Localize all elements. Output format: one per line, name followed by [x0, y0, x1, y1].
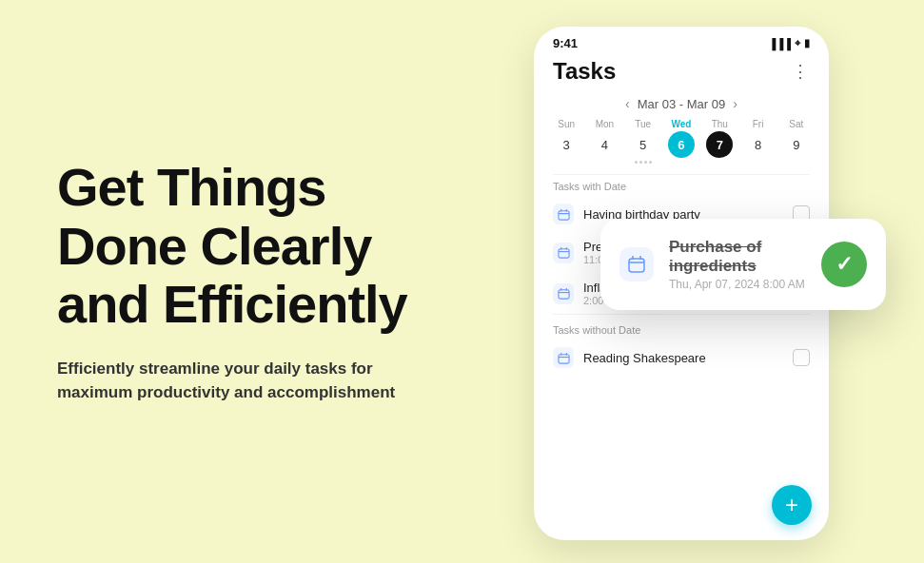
day-sun[interactable]: Sun 3	[547, 119, 585, 165]
phone-header: Tasks ⋮	[534, 54, 829, 92]
floating-card-text: Purchase of ingredients Thu, Apr 07, 202…	[669, 238, 806, 291]
signal-icon: ▐▐▐	[769, 38, 791, 49]
floating-card-subtitle: Thu, Apr 07, 2024 8:00 AM	[669, 278, 806, 291]
sub-heading: Efficiently streamline your daily tasks …	[57, 357, 409, 405]
day-fri[interactable]: Fri 8	[738, 119, 777, 165]
svg-rect-0	[558, 210, 568, 219]
status-bar: 9:41 ▐▐▐ ⌖ ▮	[534, 27, 829, 54]
next-week-button[interactable]: ›	[733, 96, 737, 111]
task-icon-ribbons	[553, 243, 574, 263]
section-label-without-date: Tasks without Date	[534, 319, 829, 340]
main-heading: Get Things Done Clearly and Efficiently	[57, 158, 467, 334]
prev-week-button[interactable]: ‹	[625, 96, 630, 111]
task-icon-shakespeare	[553, 347, 574, 368]
day-mon[interactable]: Mon 4	[585, 119, 623, 165]
divider-2	[553, 314, 810, 315]
heading-line2: Done Clearly	[57, 216, 371, 276]
heading-line1: Get Things	[57, 157, 325, 217]
heading-line3: and Efficiently	[57, 274, 407, 334]
right-section: 9:41 ▐▐▐ ⌖ ▮ Tasks ⋮ ‹ Mar 03 - Mar 09 ›…	[505, 0, 924, 563]
checkmark-icon: ✓	[836, 252, 853, 277]
floating-card: Purchase of ingredients Thu, Apr 07, 202…	[600, 219, 886, 310]
day-thu[interactable]: Thu 7	[700, 119, 738, 165]
svg-rect-16	[629, 259, 644, 272]
task-icon-birthday	[553, 204, 574, 224]
day-wed[interactable]: Wed 6	[662, 119, 700, 165]
more-options-icon[interactable]: ⋮	[792, 61, 810, 82]
floating-card-icon	[619, 247, 654, 282]
section-label-with-date: Tasks with Date	[534, 175, 829, 196]
week-selector: ‹ Mar 03 - Mar 09 ›	[534, 92, 829, 119]
task-text-shakespeare: Reading Shakespeare	[583, 351, 783, 365]
svg-rect-12	[558, 354, 568, 362]
day-sat[interactable]: Sat 9	[777, 119, 816, 165]
floating-card-check-button[interactable]: ✓	[821, 242, 867, 287]
week-days-grid: Sun 3 Mon 4 Tue 5 Wed 6	[534, 119, 829, 174]
task-icon-balloon	[553, 283, 574, 304]
task-item-shakespeare[interactable]: Reading Shakespeare	[534, 340, 829, 376]
floating-card-title: Purchase of ingredients	[669, 238, 806, 276]
phone-title: Tasks	[553, 58, 616, 85]
wifi-icon: ⌖	[795, 37, 800, 49]
status-icons: ▐▐▐ ⌖ ▮	[769, 37, 810, 49]
battery-icon: ▮	[804, 37, 810, 49]
add-task-fab[interactable]: +	[772, 485, 812, 525]
left-section: Get Things Done Clearly and Efficiently …	[0, 101, 505, 462]
week-range-label: Mar 03 - Mar 09	[638, 97, 725, 111]
day-tue[interactable]: Tue 5	[624, 119, 662, 165]
svg-rect-8	[558, 290, 568, 299]
svg-rect-4	[558, 249, 568, 258]
status-time: 9:41	[553, 36, 578, 50]
task-checkbox-shakespeare[interactable]	[793, 349, 810, 366]
